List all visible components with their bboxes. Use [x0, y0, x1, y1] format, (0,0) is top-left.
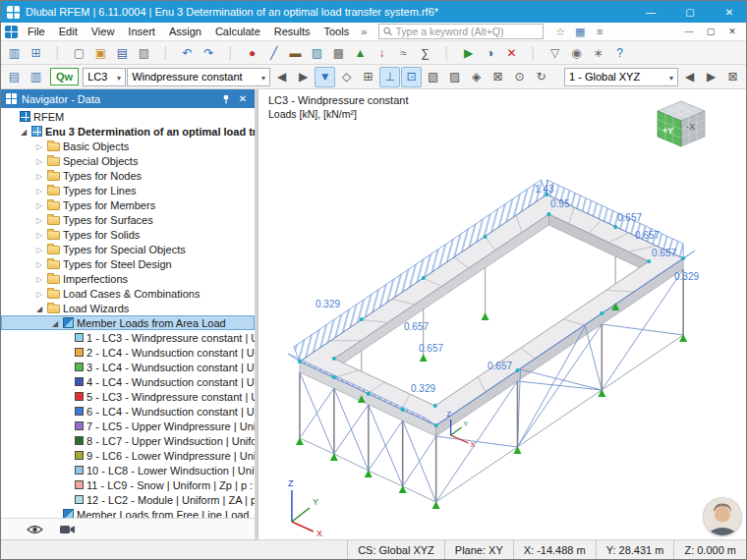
search-input[interactable]: [395, 26, 539, 37]
tables-icon[interactable]: ⊞: [26, 42, 46, 63]
tree-expander-icon[interactable]: [34, 139, 44, 153]
tree-item[interactable]: Types for Members: [1, 197, 255, 212]
list-icon[interactable]: ≡: [591, 24, 608, 39]
navigator-header[interactable]: Navigator - Data ✕: [1, 89, 255, 108]
tree-item[interactable]: 9 - LC6 - Lower Windpressure | Uniform |…: [1, 448, 255, 463]
tree-item[interactable]: 6 - LC4 - Wundsuction constant | Uniform…: [1, 404, 255, 419]
node-icon[interactable]: ●: [242, 42, 262, 63]
tree-item[interactable]: 7 - LC5 - Upper Windpressure | Uniform |…: [1, 419, 255, 433]
surface-icon[interactable]: ▨: [307, 42, 327, 63]
tree-expander-icon[interactable]: [34, 212, 44, 227]
next-view-icon[interactable]: ▶: [701, 67, 721, 87]
plane-view-icon[interactable]: ⊡: [401, 67, 422, 87]
menu-item[interactable]: Edit: [53, 26, 84, 37]
tree-item[interactable]: Special Objects: [1, 153, 255, 168]
coordinate-system-selector[interactable]: 1 - Global XYZ: [564, 68, 678, 86]
mdi-restore-icon[interactable]: ▢: [701, 24, 720, 40]
view-pointer-icon[interactable]: ▼: [315, 67, 335, 87]
menu-item[interactable]: Results: [268, 26, 316, 37]
calculate-icon[interactable]: ▶: [458, 42, 479, 63]
results-icon[interactable]: ◑: [480, 42, 500, 63]
tree-item[interactable]: 3 - LC4 - Wundsuction constant | Uniform…: [1, 360, 255, 374]
previous-view-icon[interactable]: ◀: [679, 67, 700, 87]
tree-item[interactable]: Types for Nodes: [1, 168, 255, 183]
zoom-all-icon[interactable]: ⊙: [509, 67, 530, 87]
render-wire-icon[interactable]: ▨: [444, 67, 465, 87]
load-icon[interactable]: ↓: [372, 42, 392, 63]
menu-item[interactable]: File: [22, 26, 51, 37]
tree-expander-icon[interactable]: [34, 227, 44, 242]
dock-tables-icon[interactable]: ▥: [26, 67, 46, 87]
separator[interactable]: │: [220, 42, 241, 63]
tree-expander-icon[interactable]: [34, 286, 44, 301]
delete-icon[interactable]: ✕: [501, 42, 522, 63]
tree-item[interactable]: Basic Objects: [1, 139, 255, 153]
tree-item[interactable]: Types for Surfaces: [1, 212, 255, 227]
tree-expander-icon[interactable]: [34, 183, 44, 197]
print-icon[interactable]: ▧: [134, 42, 154, 63]
tree-expander-icon[interactable]: [19, 124, 29, 139]
undo-icon[interactable]: ↶: [177, 42, 198, 63]
separator[interactable]: │: [47, 42, 68, 63]
tree-item[interactable]: Member Loads from Free Line Load: [1, 507, 255, 518]
member-icon[interactable]: ▬: [285, 42, 306, 63]
menu-overflow-icon[interactable]: »: [357, 26, 371, 37]
tree-item[interactable]: 10 - LC8 - Lower Windsuction | Uniform |…: [1, 463, 255, 477]
tree-item[interactable]: Types for Solids: [1, 227, 255, 242]
separator[interactable]: │: [436, 42, 457, 63]
tree-item[interactable]: Imperfections: [1, 271, 255, 286]
support-icon[interactable]: ▲: [350, 42, 371, 63]
tree-expander-icon[interactable]: [50, 315, 60, 330]
tree-item[interactable]: 11 - LC9 - Snow | Uniform | Zp | p : -0.…: [1, 477, 255, 492]
settings-icon[interactable]: ∗: [588, 42, 608, 63]
load-case-name-selector[interactable]: Windpressure constant: [127, 68, 270, 86]
line-icon[interactable]: ╱: [263, 42, 284, 63]
fullscreen-icon[interactable]: ⊠: [722, 67, 743, 87]
redo-icon[interactable]: ↷: [199, 42, 219, 63]
mdi-close-icon[interactable]: ✕: [722, 24, 742, 40]
menu-item[interactable]: Calculate: [209, 26, 266, 37]
visibility-eye-icon[interactable]: [27, 524, 43, 535]
new-model-icon[interactable]: ▢: [69, 42, 89, 63]
tree-item[interactable]: Types for Lines: [1, 183, 255, 197]
viewport-3d[interactable]: X Y Z Z X Y 1.43 0.95: [258, 89, 746, 539]
title-bar[interactable]: Dlubal RFEM | 6.11.0004 | Enu 3 Determin…: [1, 1, 746, 23]
tree-item[interactable]: Enu 3 Determination of an optimal load t…: [1, 124, 255, 139]
tree-item[interactable]: Types for Steel Design: [1, 256, 255, 271]
menu-item[interactable]: Insert: [122, 26, 161, 37]
menu-item[interactable]: Assign: [163, 26, 207, 37]
rotate-view-icon[interactable]: ↻: [531, 67, 551, 87]
help-icon[interactable]: ?: [609, 42, 630, 63]
zoom-window-icon[interactable]: ⊠: [488, 67, 508, 87]
open-file-icon[interactable]: ▣: [90, 42, 111, 63]
tree-expander-icon[interactable]: [34, 168, 44, 183]
tree-item[interactable]: 12 - LC2 - Module | Uniform | ZA | p : -…: [1, 492, 255, 507]
tree-expander-icon[interactable]: [34, 301, 44, 315]
menu-item[interactable]: Tools: [317, 26, 355, 37]
prev-load-case-icon[interactable]: ◀: [271, 67, 292, 87]
tree-expander-icon[interactable]: [34, 242, 44, 256]
layout-icon[interactable]: ▦: [571, 24, 589, 39]
next-load-case-icon[interactable]: ▶: [293, 67, 314, 87]
visibility-icon[interactable]: ◉: [566, 42, 587, 63]
grid-icon[interactable]: ⊞: [358, 67, 378, 87]
tree-item[interactable]: 4 - LC4 - Wundsuction constant | Uniform…: [1, 374, 255, 389]
tree-item[interactable]: Types for Special Objects: [1, 242, 255, 256]
solid-icon[interactable]: ▩: [328, 42, 349, 63]
tree-expander-icon[interactable]: [34, 271, 44, 286]
close-icon[interactable]: ✕: [713, 1, 746, 23]
qw-toggle[interactable]: Qw: [50, 68, 79, 85]
tree-item[interactable]: Load Wizards: [1, 301, 255, 315]
separator[interactable]: │: [155, 42, 176, 63]
tree-item[interactable]: 1 - LC3 - Windpressure constant | Unifor…: [1, 330, 255, 345]
navigator-panel-icon[interactable]: ▥: [4, 42, 25, 63]
render-solid-icon[interactable]: ▧: [423, 67, 443, 87]
separator[interactable]: │: [523, 42, 544, 63]
pin-icon[interactable]: [221, 94, 231, 104]
tree-expander-icon[interactable]: [34, 256, 44, 271]
clipping-icon[interactable]: ◈: [466, 67, 487, 87]
combinations-icon[interactable]: ∑: [415, 42, 435, 63]
menu-item[interactable]: View: [86, 26, 121, 37]
load-case-selector[interactable]: LC3: [83, 68, 126, 86]
tree-item[interactable]: 8 - LC7 - Upper Windsuction | Uniform | …: [1, 433, 255, 448]
